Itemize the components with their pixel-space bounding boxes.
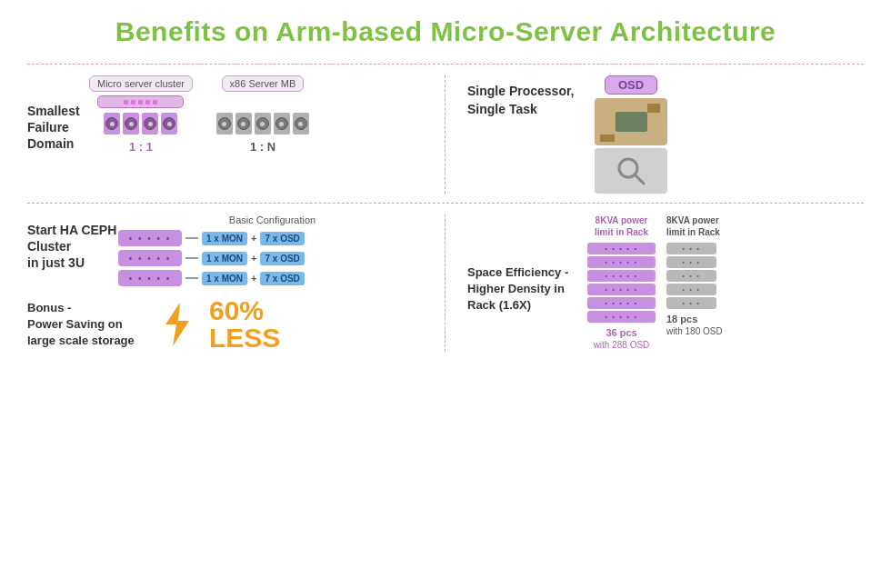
ceph-mon-2: 1 x MON	[202, 252, 247, 265]
space-eff-label: Space Efficiency -Higher Density inRack …	[467, 214, 576, 314]
ceph-osd-1: 7 x OSD	[260, 232, 304, 245]
x86-block: x86 Server MB 1 : N	[216, 75, 309, 154]
ceph-line-2	[185, 257, 198, 259]
osd-board	[595, 98, 667, 145]
d-count-gray: 18 pcs	[666, 314, 697, 324]
ceph-mon-1: 1 x MON	[202, 232, 247, 245]
d-dots-g5: • • •	[682, 299, 700, 307]
purple-density-col: 8KVA powerlimit in Rack • • • • • • • • …	[587, 214, 656, 350]
ceph-line-3	[185, 277, 198, 279]
middle-divider	[27, 203, 864, 204]
ratio-1-1: 1 : 1	[129, 140, 153, 154]
d-bar-g1: • • •	[666, 243, 716, 254]
bonus-row: Bonus -Power Saving onlarge scale storag…	[27, 297, 426, 352]
top-left: SmallestFailureDomain Micro server clust…	[27, 75, 446, 194]
space-eff-row: Space Efficiency -Higher Density inRack …	[467, 214, 864, 350]
d-dots-p1: • • • • •	[605, 244, 637, 253]
ceph-osd-3: 7 x OSD	[260, 272, 304, 285]
ceph-osd-2: 7 x OSD	[260, 252, 304, 265]
ha-ceph-label: Start HA CEPHClusterin just 3U	[27, 214, 118, 272]
basic-config-title: Basic Configuration	[118, 214, 426, 225]
magnifier-icon	[614, 154, 648, 188]
purple-nodes-row	[104, 113, 177, 135]
d-dots-g1: • • •	[682, 244, 700, 253]
d-dots-g3: • • •	[682, 272, 700, 280]
d-dots-p5: • • • • •	[605, 299, 637, 307]
d-bar-g4: • • •	[666, 284, 716, 295]
ceph-dots-2: • • • • •	[129, 254, 172, 264]
lightning-icon	[158, 301, 196, 348]
svg-line-1	[635, 174, 644, 184]
gray-nodes-row	[216, 113, 309, 135]
ceph-plus-1: +	[251, 233, 256, 244]
gray-node-4	[274, 113, 290, 135]
d-bar-p4: • • • • •	[587, 284, 656, 295]
gray-density-col: 8KVA powerlimit in Rack • • • • • • • • …	[666, 214, 723, 336]
ceph-bar-1: • • • • •	[118, 230, 182, 246]
gray-node-2	[235, 113, 252, 135]
smallest-failure-label: SmallestFailureDomain	[27, 75, 89, 153]
cluster-bar	[97, 95, 184, 108]
d-dots-g4: • • •	[682, 285, 700, 294]
d-dots-p6: • • • • •	[605, 313, 637, 321]
d-bar-g3: • • •	[666, 270, 716, 282]
eight-kva-purple: 8KVA powerlimit in Rack	[595, 214, 648, 238]
sixty-pct-group: 60% LESS	[209, 297, 280, 352]
node-2	[123, 113, 139, 135]
gray-node-5	[293, 113, 309, 135]
ceph-plus-3: +	[251, 273, 256, 284]
density-cols: 8KVA powerlimit in Rack • • • • • • • • …	[587, 214, 723, 350]
d-dots-p2: • • • • •	[605, 258, 637, 266]
d-dots-g2: • • •	[682, 258, 700, 266]
d-bar-p2: • • • • •	[587, 256, 656, 268]
node-1	[104, 113, 120, 135]
diagrams-row: Micro server cluster 1 : 1	[89, 75, 426, 154]
d-dots-p3: • • • • •	[605, 272, 637, 280]
d-bar-p1: • • • • •	[587, 243, 656, 254]
d-bar-p6: • • • • •	[587, 311, 656, 323]
ceph-mon-3: 1 x MON	[202, 272, 247, 285]
d-subcount-gray: with 180 OSD	[666, 326, 723, 336]
bottom-section: Start HA CEPHClusterin just 3U Basic Con…	[27, 214, 864, 352]
ceph-line-1	[185, 237, 198, 239]
d-bar-g5: • • •	[666, 297, 716, 309]
bonus-label: Bonus -Power Saving onlarge scale storag…	[27, 300, 145, 350]
sixty-pct-value: 60%	[209, 297, 264, 324]
single-proc-label: Single Processor,Single Task	[467, 75, 586, 118]
x86-label: x86 Server MB	[222, 75, 305, 92]
micro-cluster-label: Micro server cluster	[89, 75, 193, 92]
sixty-pct-less: LESS	[209, 324, 280, 352]
ratio-1-n: 1 : N	[250, 140, 275, 154]
top-right: Single Processor,Single Task OSD	[446, 75, 864, 194]
eight-kva-gray: 8KVA powerlimit in Rack	[666, 214, 720, 238]
ha-ceph-diagram: Basic Configuration • • • • • 1 x MON + …	[118, 214, 426, 290]
top-divider	[27, 64, 864, 65]
ceph-row-1: • • • • • 1 x MON + 7 x OSD	[118, 230, 426, 246]
bottom-right: Space Efficiency -Higher Density inRack …	[446, 214, 864, 352]
ceph-dots-1: • • • • •	[129, 234, 172, 244]
gray-node-3	[255, 113, 271, 135]
main-container: Benefits on Arm-based Micro-Server Archi…	[0, 0, 891, 588]
osd-diagram: OSD	[595, 75, 667, 194]
page-title: Benefits on Arm-based Micro-Server Archi…	[27, 16, 864, 47]
top-section: SmallestFailureDomain Micro server clust…	[27, 75, 864, 194]
micro-cluster-block: Micro server cluster 1 : 1	[89, 75, 193, 154]
node-3	[142, 113, 158, 135]
d-subcount-purple: with 288 OSD	[594, 340, 650, 350]
node-4	[161, 113, 177, 135]
d-count-purple: 36 pcs	[606, 327, 636, 338]
gray-node-1	[216, 113, 233, 135]
osd-search-box	[595, 148, 667, 194]
bottom-left: Start HA CEPHClusterin just 3U Basic Con…	[27, 214, 446, 352]
d-bar-p3: • • • • •	[587, 270, 656, 282]
svg-marker-2	[165, 303, 189, 346]
d-bar-g2: • • •	[666, 256, 716, 268]
ceph-plus-2: +	[251, 253, 256, 264]
ceph-row-3: • • • • • 1 x MON + 7 x OSD	[118, 270, 426, 286]
d-bar-p5: • • • • •	[587, 297, 656, 309]
d-dots-p4: • • • • •	[605, 285, 637, 294]
ceph-row-2: • • • • • 1 x MON + 7 x OSD	[118, 250, 426, 266]
osd-badge: OSD	[605, 75, 657, 95]
ceph-bar-2: • • • • •	[118, 250, 182, 266]
ceph-bar-3: • • • • •	[118, 270, 182, 286]
